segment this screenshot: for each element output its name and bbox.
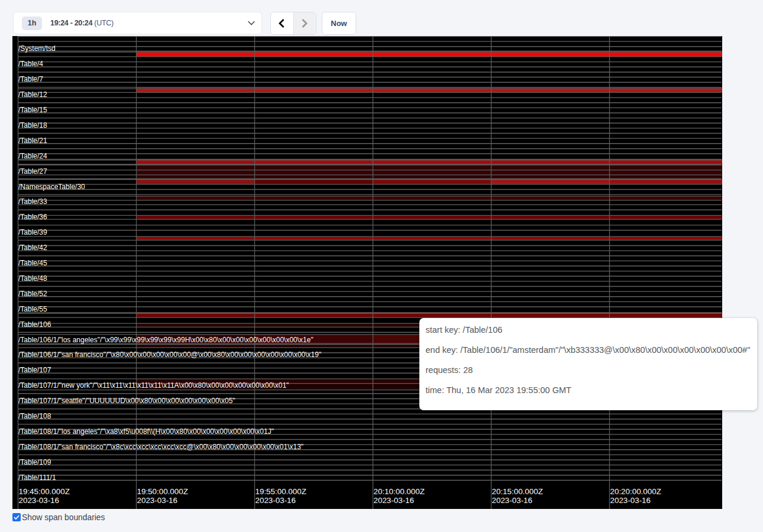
svg-text:/Table/21: /Table/21	[18, 137, 47, 145]
svg-text:/Table/106/1/"los angeles"/"\x: /Table/106/1/"los angeles"/"\x99\x99\x99…	[18, 336, 313, 344]
svg-text:/Table/4: /Table/4	[18, 60, 43, 68]
svg-text:/Table/39: /Table/39	[18, 228, 47, 236]
svg-text:/System/tsd: /System/tsd	[18, 44, 56, 53]
svg-text:/Table/55: /Table/55	[18, 305, 47, 313]
svg-text:2023-03-16: 2023-03-16	[374, 496, 415, 505]
svg-text:/Table/27: /Table/27	[18, 167, 47, 176]
svg-text:/Table/48: /Table/48	[18, 274, 47, 283]
svg-text:19:45:00.000Z: 19:45:00.000Z	[19, 487, 70, 496]
svg-text:20:10:00.000Z: 20:10:00.000Z	[374, 487, 425, 496]
svg-text:/Table/42: /Table/42	[18, 244, 47, 252]
svg-text:2023-03-16: 2023-03-16	[492, 496, 533, 505]
svg-text:/Table/109: /Table/109	[18, 458, 51, 466]
svg-text:19:50:00.000Z: 19:50:00.000Z	[137, 487, 188, 496]
svg-text:/Table/36: /Table/36	[18, 213, 47, 221]
svg-text:/Table/108: /Table/108	[18, 412, 51, 420]
svg-text:2023-03-16: 2023-03-16	[19, 496, 60, 505]
svg-text:/Table/106/1/"san francisco"/": /Table/106/1/"san francisco"/"\x80\x00\x…	[18, 351, 321, 359]
svg-text:2023-03-16: 2023-03-16	[137, 496, 178, 505]
svg-text:/Table/107/1/"new york"/"\x11\: /Table/107/1/"new york"/"\x11\x11\x11\x1…	[18, 381, 289, 390]
svg-text:/Table/108/1/"los angeles"/"\x: /Table/108/1/"los angeles"/"\xa8\xf5\u00…	[18, 427, 274, 436]
svg-text:20:20:00.000Z: 20:20:00.000Z	[610, 487, 661, 496]
svg-text:19:55:00.000Z: 19:55:00.000Z	[256, 487, 306, 496]
svg-text:/Table/108/1/"san francisco"/": /Table/108/1/"san francisco"/"\x8c\xcc\x…	[18, 443, 303, 451]
svg-text:/Table/107/1/"seattle"/"UUUUUU: /Table/107/1/"seattle"/"UUUUUUD\x00\x80\…	[18, 397, 235, 405]
svg-text:20:15:00.000Z: 20:15:00.000Z	[492, 487, 543, 496]
svg-text:/NamespaceTable/30: /NamespaceTable/30	[18, 183, 85, 191]
svg-text:/Table/33: /Table/33	[18, 197, 47, 206]
svg-text:/Table/52: /Table/52	[18, 290, 47, 298]
svg-text:/Table/15: /Table/15	[18, 106, 47, 114]
svg-text:/Table/111/1: /Table/111/1	[18, 473, 56, 482]
svg-text:/Table/24: /Table/24	[18, 152, 47, 160]
svg-text:/Table/18: /Table/18	[18, 121, 47, 129]
svg-text:2023-03-16: 2023-03-16	[610, 496, 651, 505]
svg-text:/Table/106: /Table/106	[18, 320, 51, 329]
svg-text:/Table/7: /Table/7	[18, 75, 43, 83]
svg-text:/Table/12: /Table/12	[18, 90, 47, 99]
svg-text:2023-03-16: 2023-03-16	[256, 496, 296, 505]
svg-text:/Table/45: /Table/45	[18, 259, 47, 267]
svg-text:/Table/107: /Table/107	[18, 366, 51, 374]
